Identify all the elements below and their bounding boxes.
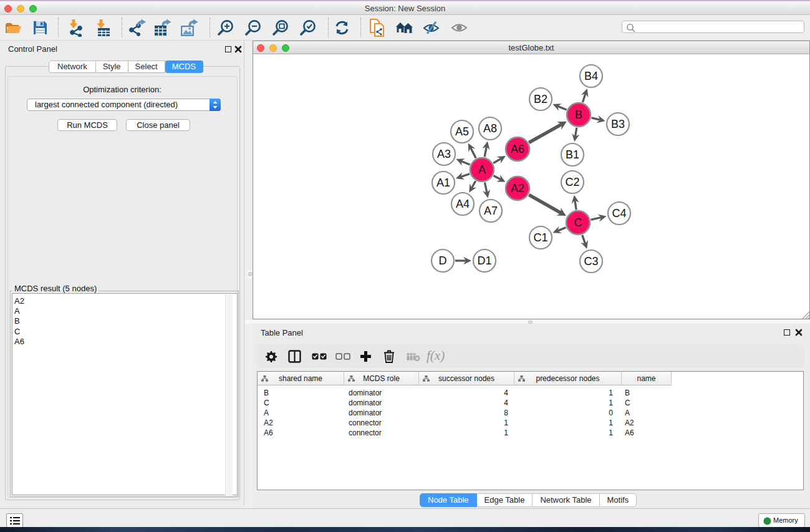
svg-text:D1: D1 (477, 254, 491, 267)
svg-text:A4: A4 (456, 198, 470, 210)
svg-text:B2: B2 (534, 93, 547, 105)
svg-text:A8: A8 (483, 122, 497, 135)
svg-text:A3: A3 (437, 148, 451, 160)
svg-text:C4: C4 (612, 207, 626, 220)
svg-text:A5: A5 (455, 125, 469, 138)
svg-text:C1: C1 (533, 231, 547, 244)
svg-text:A2: A2 (511, 182, 524, 195)
svg-text:B: B (575, 109, 582, 121)
svg-text:A6: A6 (511, 143, 524, 155)
svg-text:B1: B1 (566, 148, 579, 161)
svg-text:C3: C3 (584, 255, 598, 268)
svg-text:D: D (439, 254, 447, 267)
svg-text:C: C (574, 216, 582, 229)
svg-text:A1: A1 (436, 177, 450, 189)
svg-text:A: A (478, 163, 486, 176)
svg-text:B4: B4 (584, 70, 598, 82)
svg-text:A7: A7 (484, 205, 498, 217)
svg-text:B3: B3 (611, 118, 625, 130)
svg-text:C2: C2 (565, 176, 579, 188)
